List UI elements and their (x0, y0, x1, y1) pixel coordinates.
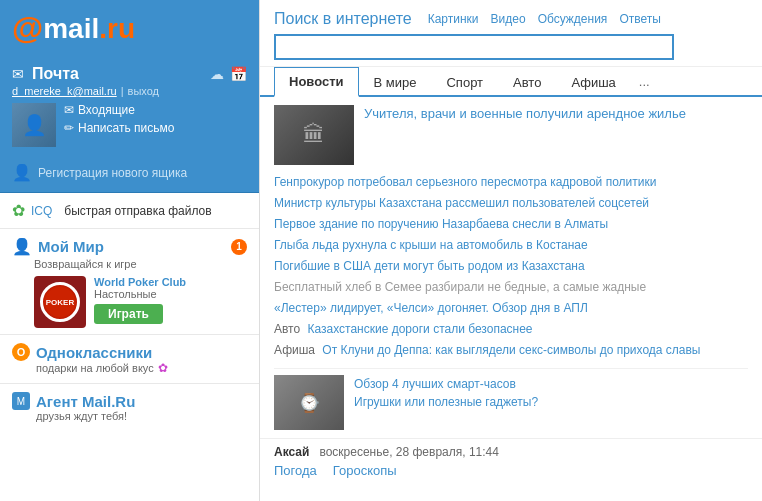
ok-icon: O (12, 343, 30, 361)
location-day: воскресенье, 28 февраля, 11:44 (319, 445, 499, 459)
tabs-row: Новости В мире Спорт Авто Афиша ... (260, 67, 762, 97)
promo-text: Обзор 4 лучших смарт-часов Игрушки или п… (354, 375, 538, 430)
compose-link[interactable]: ✏ Написать письмо (64, 121, 174, 135)
myworld-subtitle: Возвращайся к игре (12, 258, 247, 270)
search-link-discussions[interactable]: Обсуждения (538, 12, 608, 26)
search-area: Поиск в интернете Картинки Видео Обсужде… (260, 0, 762, 67)
news-image-placeholder: 🏛 (303, 122, 325, 148)
search-links: Картинки Видео Обсуждения Ответы (428, 12, 661, 26)
registration-link[interactable]: 👤 Регистрация нового ящика (12, 163, 247, 182)
tab-world[interactable]: В мире (359, 68, 432, 96)
news-link-afisha[interactable]: От Клуни до Деппа: как выглядели секс-си… (322, 343, 700, 357)
play-button[interactable]: Играть (94, 304, 163, 324)
news-content: 🏛 Учителя, врачи и военные получили арен… (260, 97, 762, 438)
news-item[interactable]: Погибшие в США дети могут быть родом из … (274, 257, 748, 275)
news-item[interactable]: Первое здание по поручению Назарбаева сн… (274, 215, 748, 233)
top-news: 🏛 Учителя, врачи и военные получили арен… (274, 105, 748, 165)
tab-news[interactable]: Новости (274, 67, 359, 97)
poker-chip-label: POKER (46, 298, 74, 307)
promo-title[interactable]: Обзор 4 лучших смарт-часов (354, 377, 516, 391)
avatar: 👤 (12, 103, 56, 147)
watch-icon: ⌚ (298, 392, 320, 414)
mail-title[interactable]: Почта (32, 65, 79, 83)
location-text: Аксай воскресенье, 28 февраля, 11:44 (274, 445, 499, 459)
logo-text: mail (43, 13, 99, 45)
game-info: World Poker Club Настольные Играть (94, 276, 247, 324)
news-list: Генпрокурор потребовал серьезного пересм… (274, 173, 748, 430)
icq-title[interactable]: ICQ (31, 204, 52, 218)
bottom-area: Аксай воскресенье, 28 февраля, 11:44 Пог… (260, 438, 762, 484)
search-link-images[interactable]: Картинки (428, 12, 479, 26)
tab-auto[interactable]: Авто (498, 68, 556, 96)
news-item[interactable]: Генпрокурор потребовал серьезного пересм… (274, 173, 748, 191)
game-title[interactable]: World Poker Club (94, 276, 247, 288)
tab-more[interactable]: ... (631, 68, 658, 95)
myworld-section: 👤 Мой Мир 1 Возвращайся к игре POKER Wor… (0, 229, 259, 335)
news-label-afisha: Афиша (274, 343, 315, 357)
game-category: Настольные (94, 288, 247, 300)
inbox-link[interactable]: ✉ Входящие (64, 103, 174, 117)
icq-section: ✿ ICQ быстрая отправка файлов (0, 193, 259, 229)
icq-desc-text: быстрая отправка файлов (64, 204, 211, 218)
icq-flower-icon: ✿ (12, 201, 25, 220)
cloud-icon[interactable]: ☁ (210, 66, 224, 82)
registration-text: Регистрация нового ящика (38, 166, 187, 180)
logo-area: @ mail .ru (0, 0, 259, 57)
envelope-icon: ✉ (64, 103, 74, 117)
news-item[interactable]: Министр культуры Казахстана рассмешил по… (274, 194, 748, 212)
promo-subtitle[interactable]: Игрушки или полезные гаджеты? (354, 395, 538, 409)
ok-title[interactable]: Одноклассники (36, 344, 152, 361)
news-item[interactable]: Глыба льда рухнула с крыши на автомобиль… (274, 236, 748, 254)
agent-title[interactable]: Агент Mail.Ru (36, 393, 135, 410)
game-card: POKER World Poker Club Настольные Играть (12, 276, 247, 328)
weather-link[interactable]: Погода (274, 463, 317, 478)
agent-section: M Агент Mail.Ru друзья ждут тебя! (0, 384, 259, 430)
pencil-icon: ✏ (64, 121, 74, 135)
logo-at: @ (12, 10, 43, 47)
agent-subtitle: друзья ждут тебя! (12, 410, 247, 422)
mail-section: ✉ Почта ☁ 📅 d_mereke_k@mail.ru | выход 👤 (0, 57, 259, 157)
horoscope-link[interactable]: Гороскопы (333, 463, 397, 478)
news-label-auto: Авто (274, 322, 300, 336)
news-item[interactable]: «Лестер» лидирует, «Челси» догоняет. Обз… (274, 299, 748, 317)
myworld-icon: 👤 (12, 237, 32, 256)
search-link-answers[interactable]: Ответы (619, 12, 660, 26)
person-icon: 👤 (12, 163, 32, 182)
myworld-title[interactable]: Мой Мир (38, 238, 104, 255)
top-news-title[interactable]: Учителя, врачи и военные получили арендн… (364, 105, 686, 165)
search-title: Поиск в интернете (274, 10, 412, 28)
sidebar: @ mail .ru ✉ Почта ☁ 📅 d_mereke_k@mail.r… (0, 0, 260, 501)
tab-afisha[interactable]: Афиша (556, 68, 630, 96)
separator: | (121, 85, 124, 97)
tab-sport[interactable]: Спорт (431, 68, 498, 96)
game-thumbnail: POKER (34, 276, 86, 328)
search-link-video[interactable]: Видео (491, 12, 526, 26)
calendar-icon[interactable]: 📅 (230, 66, 247, 82)
logout-link[interactable]: выход (128, 85, 159, 97)
main-content: Поиск в интернете Картинки Видео Обсужде… (260, 0, 762, 501)
user-email[interactable]: d_mereke_k@mail.ru (12, 85, 117, 97)
news-item-gray[interactable]: Бесплатный хлеб в Семее разбирали не бед… (274, 278, 748, 296)
agent-icon: M (12, 392, 30, 410)
ok-subtitle: подарки на любой вкус (36, 362, 154, 374)
news-link-auto[interactable]: Казахстанские дороги стали безопаснее (308, 322, 533, 336)
logo-ru: .ru (99, 13, 135, 45)
registration-section: 👤 Регистрация нового ящика (0, 157, 259, 193)
news-thumbnail: 🏛 (274, 105, 354, 165)
location-city: Аксай (274, 445, 309, 459)
odnoklassniki-section: O Одноклассники подарки на любой вкус ✿ (0, 335, 259, 384)
search-input[interactable] (274, 34, 674, 60)
flower-gift-icon: ✿ (158, 361, 168, 375)
news-item-afisha: Афиша От Клуни до Деппа: как выглядели с… (274, 341, 748, 359)
promo-news: ⌚ Обзор 4 лучших смарт-часов Игрушки или… (274, 368, 748, 430)
promo-thumbnail: ⌚ (274, 375, 344, 430)
myworld-badge: 1 (231, 239, 247, 255)
news-item-auto: Авто Казахстанские дороги стали безопасн… (274, 320, 748, 338)
